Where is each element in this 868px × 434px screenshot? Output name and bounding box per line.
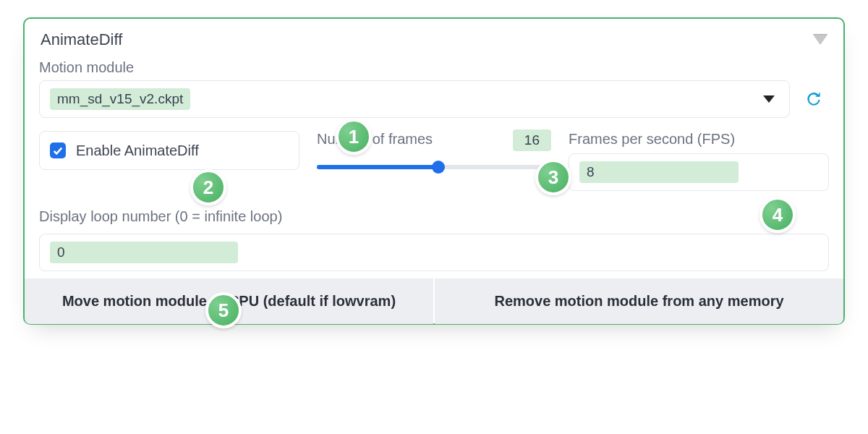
motion-module-label: Motion module <box>39 59 829 76</box>
enable-label: Enable AnimateDiff <box>76 142 199 159</box>
remove-memory-button[interactable]: Remove motion module from any memory <box>435 278 843 324</box>
loop-label: Display loop number (0 = infinite loop) <box>39 208 829 225</box>
panel-header[interactable]: AnimateDiff <box>39 29 829 55</box>
frames-header: Number of frames 16 <box>317 131 551 151</box>
loop-row: Display loop number (0 = infinite loop) … <box>39 204 829 271</box>
action-buttons: Move motion module to CPU (default if lo… <box>25 278 843 324</box>
loop-input[interactable]: 0 <box>39 234 829 271</box>
controls-row: Enable AnimateDiff Number of frames 16 F… <box>39 131 829 191</box>
slider-thumb[interactable] <box>432 161 445 174</box>
motion-module-row: mm_sd_v15_v2.ckpt <box>39 80 829 118</box>
refresh-icon <box>804 90 823 109</box>
enable-animatediff[interactable]: Enable AnimateDiff <box>39 131 299 170</box>
frames-value[interactable]: 16 <box>513 129 551 151</box>
fps-input[interactable]: 8 <box>569 153 829 191</box>
loop-value: 0 <box>50 242 238 263</box>
fps-label: Frames per second (FPS) <box>569 131 829 148</box>
motion-module-value: mm_sd_v15_v2.ckpt <box>50 88 190 110</box>
refresh-button[interactable] <box>799 80 829 118</box>
frames-area: Number of frames 16 <box>317 131 551 173</box>
panel-title: AnimateDiff <box>41 30 122 49</box>
move-to-cpu-button[interactable]: Move motion module to CPU (default if lo… <box>25 278 433 324</box>
motion-module-select[interactable]: mm_sd_v15_v2.ckpt <box>39 80 790 118</box>
fps-value: 8 <box>579 161 739 183</box>
frames-slider[interactable] <box>317 161 551 173</box>
fps-area: Frames per second (FPS) 8 <box>569 131 829 191</box>
dropdown-caret-icon <box>763 95 775 103</box>
chevron-down-icon[interactable] <box>813 35 827 45</box>
slider-fill <box>317 165 438 169</box>
frames-label: Number of frames <box>317 131 433 148</box>
animatediff-panel: AnimateDiff Motion module mm_sd_v15_v2.c… <box>23 17 845 325</box>
enable-checkbox[interactable] <box>50 142 66 158</box>
check-icon <box>53 145 63 156</box>
